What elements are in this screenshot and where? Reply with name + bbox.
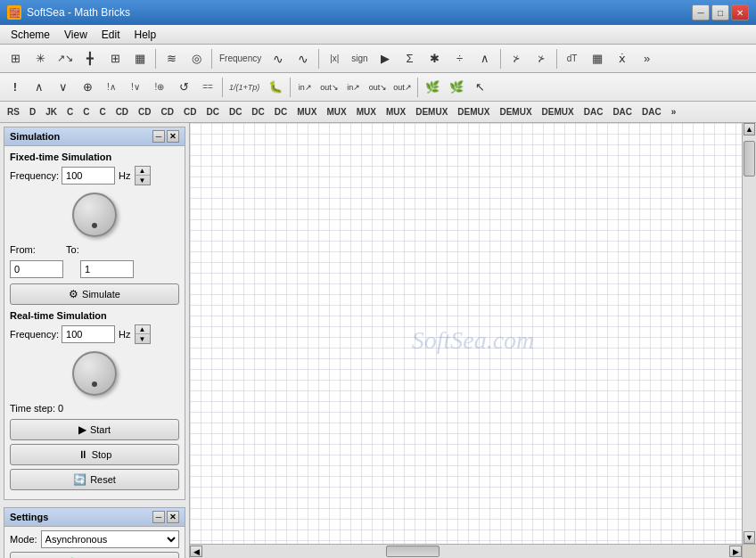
tb2-outarrow-btn[interactable]: out↘ [317,76,341,99]
scroll-down-arrow[interactable]: ▼ [744,531,755,544]
scroll-left-arrow[interactable]: ◀ [190,546,202,557]
tb1-sum-btn[interactable]: Σ [399,47,422,70]
tb2-outarrow3-btn[interactable]: out↗ [390,76,415,99]
tb3-demux3-btn[interactable]: DEMUX [496,105,535,119]
scroll-up-arrow[interactable]: ▲ [744,123,755,135]
simulation-header-controls[interactable]: ─ ✕ [152,130,179,143]
tb1-div-btn[interactable]: ÷ [448,47,472,70]
tb1-grid4-btn[interactable]: ▦ [586,47,609,70]
tb3-dc1-btn[interactable]: DC [202,105,222,119]
fixed-freq-input[interactable] [62,167,115,185]
tb3-cd3-btn[interactable]: CD [158,105,177,119]
title-controls[interactable]: ─ □ ✕ [692,4,749,21]
tb3-demux1-btn[interactable]: DEMUX [412,105,451,119]
reset-button[interactable]: 🔄 Reset [10,469,179,490]
horizontal-scroll-thumb[interactable] [386,546,440,557]
tb1-grid2-btn[interactable]: ⊞ [103,47,127,70]
build-tree-button[interactable]: 🌲 buildTree [10,552,179,558]
tb3-mux1-btn[interactable]: MUX [293,105,320,119]
menu-help[interactable]: Help [127,27,164,43]
simulation-minimize-btn[interactable]: ─ [152,130,165,143]
tb1-star-btn[interactable]: ✳ [29,47,52,70]
tb3-c1-btn[interactable]: C [63,105,77,119]
real-knob[interactable] [72,351,117,396]
real-freq-up[interactable]: ▲ [136,325,150,334]
tb2-xnor-btn[interactable]: !⊕ [148,76,171,99]
simulate-button[interactable]: ⚙ Simulate [10,283,179,305]
real-freq-down[interactable]: ▼ [136,334,150,343]
tb3-cd1-btn[interactable]: CD [112,105,132,119]
tb1-play-btn[interactable]: ▶ [374,47,397,70]
tb3-cd4-btn[interactable]: CD [180,105,200,119]
tb2-nand-btn[interactable]: !∧ [100,76,123,99]
tb3-d-btn[interactable]: D [26,105,39,119]
menu-edit[interactable]: Edit [94,27,127,43]
tb2-transfer-btn[interactable]: 1/(1+Tp) [226,76,263,99]
tb1-cross-btn[interactable]: ╋ [78,47,102,70]
tb2-inarrow2-btn[interactable]: in↗ [342,76,366,99]
tb3-demux4-btn[interactable]: DEMUX [538,105,578,119]
tb3-cd2-btn[interactable]: CD [135,105,154,119]
menu-scheme[interactable]: Scheme [4,27,57,43]
scroll-right-arrow[interactable]: ▶ [729,546,742,557]
tb1-wave-btn[interactable]: ≋ [160,47,183,70]
real-freq-input[interactable] [62,325,115,343]
maximize-button[interactable]: □ [711,4,729,21]
tb3-dac1-btn[interactable]: DAC [580,105,607,119]
tb2-undo-btn[interactable]: ↺ [172,76,195,99]
close-button[interactable]: ✕ [731,4,749,21]
tb1-and-btn[interactable]: ∧ [473,47,497,70]
tb1-mult-btn[interactable]: ✱ [423,47,447,70]
vertical-scrollbar[interactable]: ▲ ▼ [742,123,756,544]
tb1-grid1-btn[interactable]: ⊞ [4,47,27,70]
real-freq-spinner[interactable]: ▲ ▼ [135,324,151,344]
canvas-area[interactable]: SoftSea.com ▲ ▼ ◀ ▶ [190,123,756,558]
from-input[interactable] [10,260,63,278]
tb2-eq-btn[interactable]: == [196,76,219,99]
tb3-dac2-btn[interactable]: DAC [609,105,636,119]
tb1-grid3-btn[interactable]: ▦ [128,47,152,70]
tb1-nand-btn[interactable]: ⊁ [505,47,528,70]
stop-button[interactable]: ⏸ Stop [10,444,179,465]
tb3-c2-btn[interactable]: C [79,105,93,119]
tb1-circle-btn[interactable]: ◎ [185,47,208,70]
tb3-dac3-btn[interactable]: DAC [638,105,665,119]
simulation-close-btn[interactable]: ✕ [167,130,179,143]
tb2-bug-btn[interactable]: 🐛 [264,76,287,99]
minimize-button[interactable]: ─ [692,4,710,21]
fixed-freq-up[interactable]: ▲ [136,167,150,176]
tb3-jk-btn[interactable]: JK [42,105,61,119]
tb3-dc3-btn[interactable]: DC [248,105,267,119]
tb1-abs-btn[interactable]: |x| [323,47,346,70]
tb1-dt-btn[interactable]: dT [561,47,584,70]
tb1-arrow-btn[interactable]: ↗↘ [53,47,77,70]
tb2-outarrow2-btn[interactable]: out↘ [366,76,390,99]
tb3-dc4-btn[interactable]: DC [271,105,291,119]
tb3-c3-btn[interactable]: C [95,105,109,119]
vertical-scroll-thumb[interactable] [744,141,755,176]
tb3-demux2-btn[interactable]: DEMUX [454,105,493,119]
tb2-tree1-btn[interactable]: 🌿 [421,76,444,99]
start-button[interactable]: ▶ Start [10,419,179,440]
tb3-dc2-btn[interactable]: DC [226,105,245,119]
tb3-more-btn[interactable]: » [668,105,680,119]
to-input[interactable] [80,260,134,278]
tb2-and-btn[interactable]: ∧ [28,76,51,99]
tb2-cursor-btn[interactable]: ↖ [469,76,492,99]
fixed-knob[interactable] [72,193,117,237]
fixed-freq-spinner[interactable]: ▲ ▼ [135,166,151,185]
mode-select[interactable]: Asynchronous Synchronous [41,530,179,548]
tb2-or-btn[interactable]: ∨ [52,76,75,99]
menu-view[interactable]: View [57,27,94,43]
tb3-mux3-btn[interactable]: MUX [353,105,380,119]
settings-close-btn[interactable]: ✕ [167,511,179,523]
fixed-freq-down[interactable]: ▼ [136,176,150,185]
tb2-xor-btn[interactable]: ⊕ [76,76,99,99]
tb1-xdot-btn[interactable]: ẋ [611,47,634,70]
tb2-not-btn[interactable]: ! [4,76,27,99]
tb1-sign-btn[interactable]: sign [348,47,371,70]
tb1-more-btn[interactable]: » [636,47,659,70]
tb3-rs-btn[interactable]: RS [4,105,23,119]
tb1-sine1-btn[interactable]: ∿ [267,47,290,70]
horizontal-scrollbar[interactable]: ◀ ▶ [190,544,742,558]
